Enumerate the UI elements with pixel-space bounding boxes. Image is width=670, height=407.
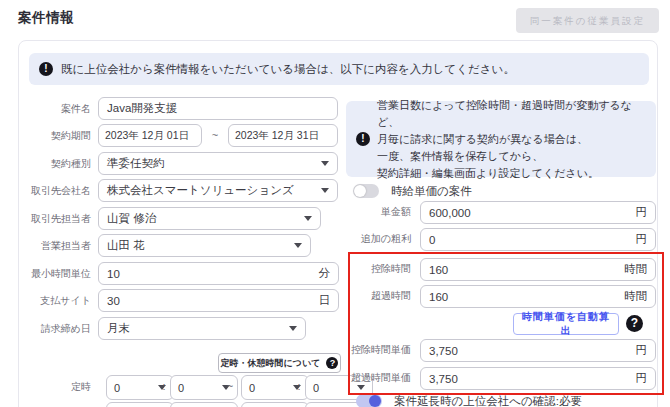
overtime-hourly-rate-input[interactable]: 3,750 円 — [420, 367, 656, 390]
time-colon: : — [159, 375, 169, 398]
note-line: 月毎に請求に関する契約が異なる場合は、 — [377, 131, 646, 148]
sales-rep-select[interactable]: 山田 花 — [98, 234, 311, 257]
hourly-rate-toggle[interactable] — [353, 184, 379, 198]
client-contact-select[interactable]: 山賀 修治 — [98, 207, 321, 230]
note-line: 契約詳細・編集画面より設定してください。 — [377, 165, 646, 182]
field-label: 営業担当者 — [19, 234, 91, 257]
min-time-unit-input[interactable]: 10 分 — [98, 262, 339, 285]
input-value: 10 — [107, 268, 120, 280]
info-icon: ! — [39, 62, 53, 76]
time-tilde: ~ — [222, 375, 238, 398]
note-line: 一度、案件情報を保存してから、 — [377, 148, 646, 165]
chevron-down-icon — [289, 326, 297, 331]
select-value: 0 — [249, 382, 255, 394]
input-value: 0 — [429, 234, 435, 246]
same-project-employee-settings-button[interactable]: 同一案件の従業員設定 — [516, 8, 659, 33]
schedule-help-button[interactable]: 定時・休憩時間について ? — [218, 353, 341, 373]
toggle-knob — [354, 185, 366, 197]
select-value: 山賀 修治 — [107, 211, 156, 226]
select-value: 山田 花 — [107, 238, 145, 253]
select-value: 0 — [313, 382, 319, 394]
chevron-down-icon — [321, 161, 329, 166]
unit-suffix: 円 — [636, 371, 648, 386]
unit-suffix: 時間 — [624, 262, 647, 277]
notice-banner: ! 既に上位会社から案件情報をいただいている場合は、以下に内容を入力してください… — [29, 53, 649, 85]
input-value: 30 — [107, 295, 120, 307]
field-label: 契約種別 — [19, 152, 91, 175]
field-label: 取引先担当者 — [19, 207, 91, 230]
hourly-rate-toggle-label: 時給単価の案件 — [391, 184, 472, 198]
select-value: 株式会社スマートソリューションズ — [107, 183, 294, 198]
billing-closing-day-select[interactable]: 月末 — [98, 317, 306, 340]
note-line: 営業日数によって控除時間・超過時間が変動するなど、 — [377, 97, 646, 131]
input-value: 3,750 — [429, 345, 458, 357]
unit-suffix: 円 — [636, 343, 648, 358]
unit-suffix: 円 — [636, 205, 648, 220]
input-value: 600,000 — [429, 207, 471, 219]
project-info-panel: ! 既に上位会社から案件情報をいただいている場合は、以下に内容を入力してください… — [18, 40, 658, 407]
field-label: 追加の粗利 — [329, 228, 411, 250]
payment-site-input[interactable]: 30 日 — [98, 289, 339, 312]
unit-suffix: 時間 — [624, 289, 647, 304]
select-value: 月末 — [107, 321, 130, 336]
select-value: 0 — [114, 382, 120, 394]
deduction-hours-input[interactable]: 160 時間 — [420, 258, 656, 281]
input-value: 160 — [429, 291, 448, 303]
field-label: 控除時間 — [329, 258, 411, 280]
contract-period-start-input[interactable]: 2023年 12月 01日 — [98, 124, 202, 147]
input-value: Java開発支援 — [107, 101, 177, 116]
field-label: 支払サイト — [19, 289, 91, 312]
project-info-page: 案件情報 同一案件の従業員設定 ! 既に上位会社から案件情報をいただいている場合… — [0, 0, 670, 407]
field-label: 取引先会社名 — [19, 179, 91, 202]
page-title: 案件情報 — [18, 9, 74, 27]
info-icon: ! — [356, 132, 370, 146]
extension-confirm-toggle-label: 案件延長時の上位会社への確認:必要 — [394, 394, 582, 407]
time-colon: : — [294, 375, 304, 398]
unit-amount-input[interactable]: 600,000 円 — [420, 201, 656, 224]
input-value: 2023年 12月 01日 — [105, 129, 189, 143]
field-label: 請求締め日 — [19, 317, 91, 340]
overtime-hours-input[interactable]: 160 時間 — [420, 285, 656, 308]
break-hour-start-select[interactable] — [106, 402, 174, 407]
client-company-select[interactable]: 株式会社スマートソリューションズ — [98, 179, 338, 202]
chevron-down-icon — [304, 216, 312, 221]
button-label: 定時・休憩時間について — [221, 357, 321, 370]
additional-margin-input[interactable]: 0 円 — [420, 228, 656, 251]
contract-type-select[interactable]: 準委任契約 — [98, 152, 338, 175]
contract-note: ! 営業日数によって控除時間・超過時間が変動するなど、 月毎に請求に関する契約が… — [346, 101, 656, 177]
field-label: 最小時間単位 — [19, 262, 91, 285]
input-value: 160 — [429, 264, 448, 276]
input-value: 3,750 — [429, 373, 458, 385]
chevron-down-icon — [294, 243, 302, 248]
period-tilde: ~ — [207, 124, 223, 147]
field-label: 超過時間 — [329, 285, 411, 307]
contract-period-end-input[interactable]: 2023年 12月 31日 — [228, 124, 338, 147]
chevron-down-icon — [321, 188, 329, 193]
unit-suffix: 円 — [636, 232, 648, 247]
field-label: 控除時間単価 — [329, 339, 411, 361]
deduction-hourly-rate-input[interactable]: 3,750 円 — [420, 339, 656, 362]
field-label: 契約期間 — [19, 124, 91, 147]
field-label: 案件名 — [19, 97, 91, 120]
toggle-knob — [369, 395, 381, 407]
note-text: 営業日数によって控除時間・超過時間が変動するなど、 月毎に請求に関する契約が異な… — [377, 97, 646, 182]
field-label: 定時 — [19, 375, 91, 398]
question-icon[interactable]: ? — [626, 315, 643, 332]
break-minute-start-select[interactable] — [170, 402, 238, 407]
auto-calc-hourly-rate-button[interactable]: 時間単価を自動算出 — [513, 313, 619, 335]
field-label: 超過時間単価 — [329, 367, 411, 389]
field-label: 単金額 — [329, 201, 411, 223]
project-name-input[interactable]: Java開発支援 — [98, 97, 338, 120]
select-value: 準委任契約 — [107, 156, 165, 171]
extension-confirm-toggle[interactable] — [356, 394, 382, 407]
notice-text: 既に上位会社から案件情報をいただいている場合は、以下に内容を入力してください。 — [61, 62, 515, 77]
input-value: 2023年 12月 31日 — [235, 129, 319, 143]
select-value: 0 — [178, 382, 184, 394]
break-hour-end-select[interactable] — [241, 402, 309, 407]
